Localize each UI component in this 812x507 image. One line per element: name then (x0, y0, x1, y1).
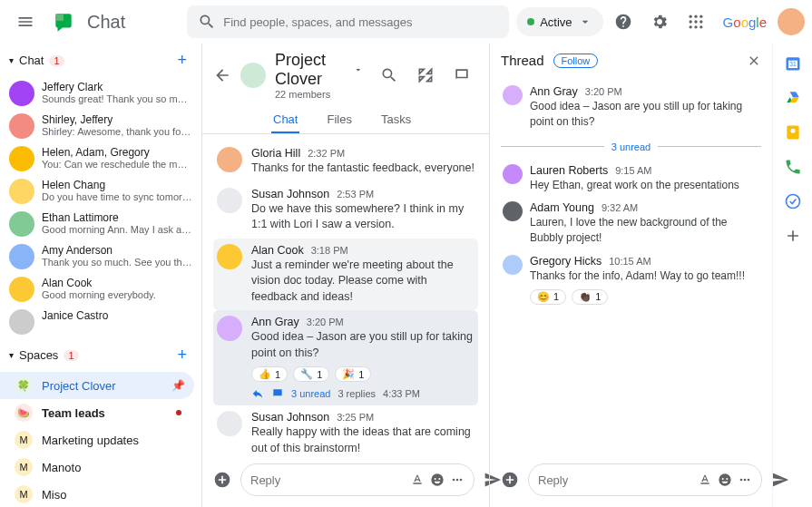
thread-add-button[interactable] (501, 463, 519, 496)
chat-item[interactable]: Helen, Adam, Gregory You: Can we resched… (0, 142, 201, 175)
message-author: Gloria Hill (251, 147, 300, 160)
caret-down-icon: ▾ (9, 55, 14, 65)
section-spaces-header[interactable]: ▾ Spaces 1 + (0, 338, 201, 372)
message[interactable]: Alan Cook 3:18 PM Just a reminder we're … (213, 239, 478, 311)
status-selector[interactable]: Active (516, 7, 602, 36)
section-chat-header[interactable]: ▾ Chat 1 + (0, 44, 201, 77)
apps-button[interactable] (680, 5, 712, 38)
thread-summary[interactable]: 3 unread 3 replies 4:33 PM (251, 387, 474, 400)
avatar (503, 164, 523, 184)
chat-item[interactable]: Helen Chang Do you have time to sync tom… (0, 175, 201, 208)
message-time: 10:15 AM (609, 256, 651, 267)
chat-preview: Sounds great! Thank you so much Ann! (42, 93, 192, 104)
message-time: 9:15 AM (615, 165, 651, 176)
chat-preview: Thank you so much. See you there. (42, 257, 192, 268)
new-chat-button[interactable]: + (171, 49, 192, 72)
account-avatar[interactable] (778, 8, 805, 35)
follow-button[interactable]: Follow (553, 54, 599, 68)
settings-button[interactable] (643, 5, 676, 38)
thread-message[interactable]: Lauren Roberts 9:15 AM Hey Ethan, great … (501, 160, 761, 198)
search-input[interactable] (223, 15, 498, 29)
emoji-icon[interactable] (718, 473, 732, 487)
caret-down-icon: ▾ (9, 350, 14, 360)
reaction[interactable]: 😊 1 (530, 289, 566, 305)
avatar (503, 85, 523, 105)
tasks-app[interactable] (784, 192, 802, 210)
space-item[interactable]: M Miso (0, 481, 194, 507)
chat-name: Janice Castro (42, 309, 108, 322)
thread-toggle-button[interactable] (445, 59, 478, 92)
chat-item[interactable]: Ethan Lattimore Good morning Ann. May I … (0, 208, 201, 240)
reaction[interactable]: 🎉 1 (335, 366, 371, 382)
chat-item[interactable]: Shirley, Jeffery Shirley: Awesome, thank… (0, 110, 201, 142)
space-item[interactable]: M Manoto (0, 453, 194, 481)
compose-input[interactable] (250, 473, 403, 487)
message[interactable]: Ann Gray 3:20 PM Good idea – Jason are y… (213, 310, 478, 405)
add-app-button[interactable] (784, 227, 802, 245)
more-icon[interactable] (738, 473, 752, 487)
emoji-icon[interactable] (430, 473, 445, 487)
avatar (217, 244, 242, 269)
chat-name: Helen, Adam, Gregory (42, 146, 192, 159)
drive-app[interactable] (784, 89, 802, 107)
chat-item[interactable]: Amy Anderson Thank you so much. See you … (0, 240, 201, 273)
thread-compose-input[interactable] (538, 473, 690, 487)
collapse-button[interactable] (409, 59, 442, 92)
reply-icon (251, 387, 264, 400)
format-icon[interactable] (698, 473, 712, 487)
message[interactable]: Susan Johnson 3:25 PM Really happy with … (213, 405, 478, 456)
help-icon (614, 13, 632, 31)
svg-point-4 (689, 20, 691, 23)
help-button[interactable] (607, 5, 640, 38)
thread-compose-box[interactable] (528, 463, 762, 496)
back-button[interactable] (213, 66, 231, 84)
thread-message[interactable]: Adam Young 9:32 AM Lauren, I love the ne… (501, 197, 761, 250)
reaction[interactable]: 🔧 1 (293, 366, 329, 382)
message-time: 9:32 AM (602, 202, 638, 213)
svg-point-2 (694, 15, 697, 18)
new-thread-button[interactable] (213, 463, 231, 496)
conversation-pane: Project Clover 22 members Chat Files Tas… (202, 44, 489, 507)
compose-box[interactable] (240, 463, 474, 496)
svg-point-15 (748, 479, 750, 482)
dropdown-icon[interactable] (353, 63, 364, 77)
member-count[interactable]: 22 members (275, 89, 364, 100)
message[interactable]: Gloria Hill 2:32 PM Thanks for the fanta… (213, 141, 478, 182)
svg-text:31: 31 (789, 61, 797, 67)
plus-circle-icon (501, 471, 519, 489)
side-panel-rail: 31 (772, 44, 812, 507)
svg-point-8 (694, 25, 697, 28)
more-icon[interactable] (450, 473, 465, 487)
space-item[interactable]: 🍉 Team leads (0, 399, 194, 426)
chat-item[interactable]: Alan Cook Good morning everybody. (0, 273, 201, 306)
svg-point-14 (744, 479, 747, 482)
space-item[interactable]: 🍀 Project Clover📌 (0, 372, 194, 399)
message-author: Alan Cook (251, 244, 304, 257)
reaction[interactable]: 👍 1 (251, 366, 288, 382)
thread-message[interactable]: Ann Gray 3:20 PM Good idea – Jason are y… (501, 81, 761, 134)
chat-preview: You: Can we reschedule the meeting for… (42, 159, 192, 170)
message-author: Susan Johnson (251, 188, 329, 200)
avatar (9, 81, 34, 106)
voice-app[interactable] (784, 158, 802, 176)
close-thread-button[interactable] (747, 54, 761, 68)
format-icon[interactable] (410, 473, 425, 487)
thread-message[interactable]: Gregory Hicks 10:15 AM Thanks for the in… (501, 250, 761, 309)
keep-app[interactable] (784, 123, 802, 141)
space-item[interactable]: M Marketing updates (0, 426, 194, 453)
tab-chat[interactable]: Chat (271, 107, 299, 133)
message[interactable]: Susan Johnson 2:53 PM Do we have this so… (213, 182, 478, 239)
calendar-app[interactable]: 31 (784, 54, 802, 73)
new-space-button[interactable]: + (171, 344, 192, 366)
reaction[interactable]: 👏🏿 1 (572, 289, 608, 305)
tab-tasks[interactable]: Tasks (379, 107, 413, 133)
search-bar[interactable] (187, 5, 509, 38)
tab-files[interactable]: Files (325, 107, 353, 133)
menu-button[interactable] (7, 4, 44, 40)
search-in-space-button[interactable] (373, 59, 406, 92)
chat-item[interactable]: Jeffery Clark Sounds great! Thank you so… (0, 77, 201, 110)
svg-point-20 (790, 129, 795, 133)
space-icon: 🍀 (15, 376, 33, 395)
chat-item[interactable]: Janice Castro (0, 306, 201, 338)
chat-name: Shirley, Jeffery (42, 113, 192, 126)
